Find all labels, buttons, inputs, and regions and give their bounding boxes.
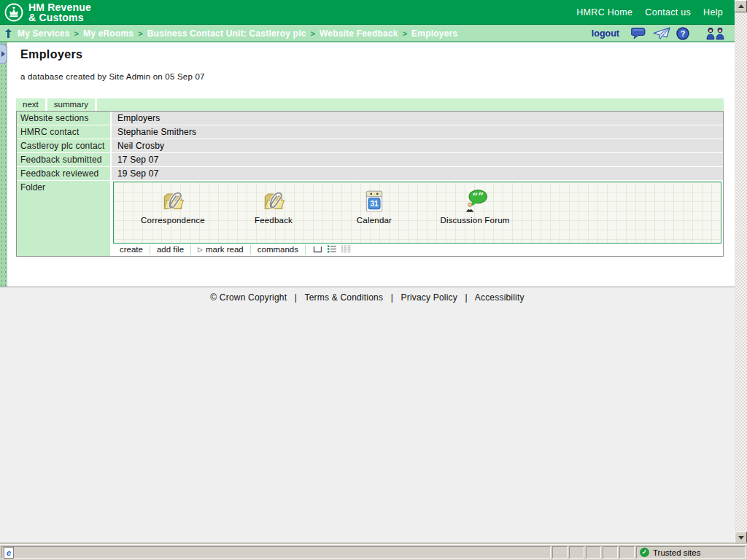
mark-read-arrow-icon: ▷	[198, 245, 203, 254]
crown-circle-icon	[4, 3, 23, 22]
page-subtitle: a database created by Site Admin on 05 S…	[20, 72, 205, 81]
table-row: Website sections Employers	[17, 112, 723, 125]
breadcrumb-separator: >	[403, 29, 407, 38]
site-header: HM Revenue & Customs HMRC Home Contact u…	[0, 0, 735, 24]
browser-viewport: HM Revenue & Customs HMRC Home Contact u…	[0, 0, 747, 560]
create-button[interactable]: create	[113, 245, 150, 254]
status-pane	[603, 546, 618, 559]
row-value: 17 Sep 07	[112, 153, 723, 166]
help-icon[interactable]: ?	[676, 27, 689, 40]
table-row: Castleroy plc contact Neil Crosby	[17, 139, 723, 152]
scroll-up-button[interactable]	[735, 0, 747, 12]
folder-item-label: Correspondence	[123, 216, 223, 225]
folder-paperclip-icon	[223, 187, 324, 214]
row-value: Employers	[112, 112, 723, 125]
folder-toolbar: create add file ▷ mark read commands	[113, 244, 721, 256]
footer-separator: |	[391, 292, 393, 303]
tab-summary[interactable]: summary	[47, 98, 95, 111]
details-table: Website sections Employers HMRC contact …	[16, 111, 724, 257]
vertical-scrollbar[interactable]	[735, 0, 747, 544]
row-value: 19 Sep 07	[112, 167, 723, 180]
add-file-button[interactable]: add file	[150, 245, 191, 254]
accessibility-link[interactable]: Accessibility	[475, 292, 525, 303]
browser-page-icon: e	[4, 547, 14, 559]
folder-item-label: Feedback	[223, 216, 324, 225]
security-zone-label: Trusted sites	[653, 548, 700, 557]
breadcrumb-item-my-erooms[interactable]: My eRooms	[83, 28, 133, 39]
privacy-policy-link[interactable]: Privacy Policy	[401, 292, 457, 303]
svg-text:“”: “”	[472, 190, 484, 202]
terms-conditions-link[interactable]: Terms & Conditions	[304, 292, 383, 303]
breadcrumb-actions: logout ?	[592, 25, 726, 42]
hmrc-logo[interactable]: HM Revenue & Customs	[4, 2, 91, 23]
row-label: HMRC contact	[17, 125, 110, 139]
header-link-contact-us[interactable]: Contact us	[645, 7, 691, 18]
tab-next[interactable]: next	[16, 98, 45, 111]
trusted-check-icon: ✓	[640, 548, 649, 557]
folder-item-label: Discussion Forum	[425, 216, 525, 225]
folder-item-feedback[interactable]: Feedback	[223, 187, 324, 225]
members-icon[interactable]	[705, 27, 726, 40]
folder-contents-panel: Correspondence Feed	[113, 182, 721, 244]
row-value: Stephanie Smithers	[112, 125, 723, 139]
down-arrow-icon	[738, 536, 744, 540]
folder-item-correspondence[interactable]: Correspondence	[123, 187, 223, 225]
table-row: Feedback submitted 17 Sep 07	[17, 153, 723, 166]
svg-text:31: 31	[370, 200, 379, 208]
folder-paperclip-icon	[123, 187, 223, 214]
status-pane	[552, 546, 568, 559]
table-row: HMRC contact Stephanie Smithers	[17, 125, 723, 139]
footer-separator: |	[295, 292, 297, 303]
send-plane-icon[interactable]	[653, 27, 670, 39]
row-value: Neil Crosby	[112, 139, 723, 152]
folder-cell: Correspondence Feed	[112, 181, 723, 256]
crown-copyright-text: © Crown Copyright	[210, 292, 287, 303]
folder-item-label: Calendar	[324, 216, 425, 225]
up-level-icon[interactable]	[4, 28, 13, 39]
breadcrumb-item-my-services[interactable]: My Services	[18, 28, 70, 39]
calendar-icon: 31	[324, 187, 425, 214]
header-link-help[interactable]: Help	[703, 7, 723, 18]
brand-text: HM Revenue & Customs	[28, 2, 91, 23]
list-view-icon[interactable]	[328, 245, 336, 254]
mark-read-button[interactable]: ▷ mark read	[191, 245, 251, 254]
up-arrow-icon	[738, 4, 744, 8]
breadcrumb: My Services > My eRooms > Business Conta…	[0, 24, 735, 42]
detail-view-icon[interactable]	[341, 245, 351, 254]
row-label: Castleroy plc contact	[17, 139, 110, 152]
status-bar: e ✓ Trusted sites	[0, 544, 747, 560]
header-link-hmrc-home[interactable]: HMRC Home	[576, 7, 632, 18]
logout-link[interactable]: logout	[592, 28, 619, 39]
page-title: Employers	[20, 48, 82, 61]
breadcrumb-item-business-contact-unit[interactable]: Business Contact Unit: Castleroy plc	[147, 28, 306, 39]
sidebar-expand-handle[interactable]	[0, 44, 7, 64]
outline-view-icon[interactable]	[313, 246, 322, 254]
row-label: Folder	[17, 181, 110, 256]
status-pane	[569, 546, 584, 559]
commands-button[interactable]: commands	[251, 245, 306, 254]
row-label: Feedback submitted	[17, 153, 110, 166]
scroll-down-button[interactable]	[735, 532, 747, 544]
discussion-forum-icon: “”	[425, 187, 525, 214]
comment-bubble-icon[interactable]	[631, 27, 647, 39]
svg-text:?: ?	[681, 29, 686, 38]
folder-item-discussion-forum[interactable]: “” Discussion Forum	[425, 187, 525, 225]
tab-filler-bar	[97, 98, 724, 111]
breadcrumb-separator: >	[311, 29, 315, 38]
breadcrumb-item-employers[interactable]: Employers	[411, 28, 457, 39]
status-pane	[619, 546, 635, 559]
security-zone-pane[interactable]: ✓ Trusted sites	[636, 546, 746, 559]
folder-item-calendar[interactable]: 31 Calendar	[324, 187, 425, 225]
footer-separator: |	[465, 292, 468, 303]
collapsed-sidebar-strip	[0, 42, 7, 287]
view-toggle-icons	[313, 245, 351, 254]
row-label: Feedback reviewed	[17, 167, 110, 180]
folder-row: Folder Corre	[17, 181, 723, 256]
breadcrumb-separator: >	[74, 29, 79, 38]
breadcrumb-item-website-feedback[interactable]: Website Feedback	[320, 28, 398, 39]
table-row: Feedback reviewed 19 Sep 07	[17, 167, 723, 180]
row-label: Website sections	[17, 112, 110, 125]
header-links: HMRC Home Contact us Help	[576, 0, 723, 24]
content-area: Employers a database created by Site Adm…	[0, 42, 735, 287]
page-footer: © Crown Copyright | Terms & Conditions |…	[0, 292, 735, 303]
